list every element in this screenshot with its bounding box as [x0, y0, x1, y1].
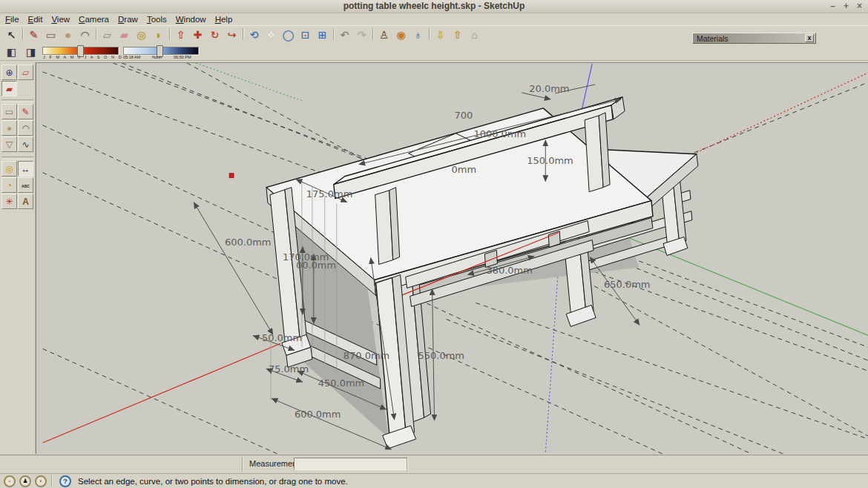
geo-badge-icon[interactable]: •: [4, 475, 16, 487]
dimension-label[interactable]: 870.0mm: [343, 350, 389, 361]
help-icon[interactable]: ?: [59, 475, 71, 487]
rectangle-tool-button[interactable]: ▭: [42, 27, 59, 42]
eraser-tool-button[interactable]: ▰: [116, 27, 133, 42]
dimension-label[interactable]: 700: [454, 110, 473, 121]
zoom-window-button[interactable]: ⊡: [297, 27, 314, 42]
previous-view-icon: ↶: [341, 29, 349, 41]
section-plane-button[interactable]: ▱: [18, 65, 33, 80]
dimension-label[interactable]: 380.0mm: [486, 265, 532, 276]
toolbar-separator: [372, 28, 373, 40]
zoom-tool-button[interactable]: ◯: [280, 27, 297, 42]
previous-view-button[interactable]: ↶: [336, 27, 353, 42]
dimension-label[interactable]: 450.0mm: [318, 377, 364, 389]
orbit-compass-button[interactable]: ⊕: [1, 65, 17, 80]
dimension-label[interactable]: 150.0mm: [527, 155, 573, 166]
polygon-icon: ▽: [6, 139, 13, 150]
dimension-label[interactable]: 00.0mm: [296, 260, 336, 271]
protractor-icon: ◔: [7, 180, 12, 191]
move-tool-button[interactable]: ✚: [189, 27, 206, 42]
look-around-icon: ◉: [396, 29, 405, 41]
dimension-label[interactable]: 175.0mm: [306, 188, 352, 200]
menu-help[interactable]: Help: [215, 15, 233, 24]
select-tool-button[interactable]: ↖: [3, 27, 20, 42]
dimension-label[interactable]: 650.0mm: [604, 279, 650, 290]
shadow-toggle-button[interactable]: ◨: [22, 44, 39, 59]
dimension-label[interactable]: 550.0mm: [418, 350, 464, 361]
dimension-tool-button[interactable]: ↔: [18, 161, 33, 177]
circle-tool-button[interactable]: ●: [1, 120, 17, 136]
rectangle-tool-button[interactable]: ▭: [1, 104, 17, 119]
paint-bucket-button[interactable]: ◗: [150, 27, 167, 42]
make-component-button[interactable]: ▱: [99, 27, 116, 42]
maximize-icon[interactable]: +: [844, 0, 849, 13]
red-axis: [43, 343, 280, 443]
protractor-tool-button[interactable]: ◔: [1, 177, 17, 193]
line-tool-button[interactable]: ✎: [18, 104, 33, 119]
tape-measure-icon: ◎: [137, 29, 145, 41]
menu-tools[interactable]: Tools: [147, 15, 167, 24]
rotate-tool-button[interactable]: ↻: [206, 27, 223, 42]
menu-file[interactable]: File: [5, 15, 19, 24]
rectangle-icon: ▭: [5, 107, 13, 117]
shadow-settings-button[interactable]: ◧: [3, 44, 20, 59]
pan-tool-button[interactable]: ❖: [263, 27, 280, 42]
next-view-button[interactable]: ↷: [353, 27, 370, 42]
orbit-tool-button[interactable]: ⟲: [246, 27, 263, 42]
menu-window[interactable]: Window: [176, 15, 206, 24]
position-camera-button[interactable]: ♙: [375, 27, 392, 42]
circle-tool-button[interactable]: ●: [59, 27, 76, 42]
tape-measure-button[interactable]: ◎: [1, 161, 17, 177]
push-pull-button[interactable]: ⇧: [172, 27, 189, 42]
3d-text-tool-button[interactable]: A: [18, 194, 33, 209]
freehand-tool-button[interactable]: ∿: [18, 136, 33, 152]
tape-measure-button[interactable]: ◎: [133, 27, 150, 42]
shadow-month-slider[interactable]: [42, 47, 119, 55]
selection-point-marker[interactable]: [229, 174, 234, 178]
look-around-button[interactable]: ◉: [392, 27, 410, 42]
share-model-button[interactable]: ⇧: [449, 27, 466, 42]
dimension-label[interactable]: 600.0mm: [225, 237, 271, 248]
green-axis: [628, 238, 868, 336]
circle-icon: ●: [65, 29, 70, 41]
place-model-button[interactable]: ⌂: [466, 27, 483, 42]
place-model-icon: ⌂: [471, 29, 477, 41]
shadow-time-slider[interactable]: [123, 47, 199, 55]
toolbar-separator: [333, 28, 334, 40]
next-view-icon: ↷: [358, 29, 366, 41]
materials-close-icon[interactable]: x: [805, 34, 814, 42]
section-cut-button[interactable]: ▰: [1, 81, 17, 96]
menu-view[interactable]: View: [51, 15, 70, 24]
dimension-label[interactable]: 20.0mm: [529, 83, 569, 94]
materials-panel[interactable]: Materials x: [692, 33, 816, 44]
dimension-label[interactable]: 50.0mm: [262, 332, 302, 343]
model-canvas[interactable]: 20.0mm 700 1000.0mm 150.0mm 0mm 175.0mm …: [36, 63, 868, 454]
minimize-icon[interactable]: –: [830, 0, 835, 13]
axes-tool-button[interactable]: ✳: [1, 194, 17, 209]
google-earth-button[interactable]: ♁: [410, 27, 427, 42]
menu-draw[interactable]: Draw: [118, 15, 138, 24]
text-tool-button[interactable]: ABC: [18, 177, 33, 193]
menu-edit[interactable]: Edit: [28, 15, 43, 24]
arc-icon: ◠: [80, 29, 89, 41]
menu-camera[interactable]: Camera: [79, 15, 109, 24]
toolbar-separator: [242, 457, 243, 471]
arc-icon: ◠: [22, 123, 29, 133]
zoom-extents-button[interactable]: ⊞: [314, 27, 331, 42]
close-icon[interactable]: ×: [857, 0, 862, 13]
dimension-label[interactable]: 75.0mm: [269, 363, 309, 375]
dimension-label[interactable]: 600.0mm: [295, 409, 341, 420]
arc-tool-button[interactable]: ◠: [76, 27, 93, 42]
credit-badge-icon[interactable]: ♟: [19, 475, 31, 487]
moon-badge-icon[interactable]: ◖: [35, 475, 47, 487]
measurements-input[interactable]: [294, 458, 408, 470]
arc-tool-button[interactable]: ◠: [18, 120, 33, 136]
line-tool-button[interactable]: ✎: [25, 27, 42, 42]
get-current-view-button[interactable]: ⇩: [432, 27, 449, 42]
zoom-icon: ◯: [283, 29, 295, 41]
text-tool-icon: ABC: [22, 184, 30, 188]
dimension-label[interactable]: 0mm: [452, 164, 477, 175]
dimension-label[interactable]: 1000.0mm: [473, 128, 526, 139]
polygon-tool-button[interactable]: ▽: [1, 136, 17, 152]
model-viewport[interactable]: 20.0mm 700 1000.0mm 150.0mm 0mm 175.0mm …: [36, 62, 868, 454]
follow-me-button[interactable]: ↪: [223, 27, 240, 42]
